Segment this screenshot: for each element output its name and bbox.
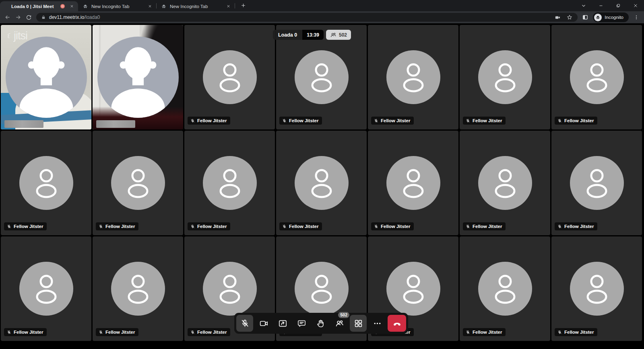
avatar-person-icon — [584, 60, 610, 94]
mute-button[interactable] — [236, 315, 253, 332]
bookmark-star-icon[interactable] — [566, 14, 573, 21]
avatar — [111, 262, 165, 316]
participant-tile-video[interactable]: jitsi — [1, 25, 91, 129]
forward-button[interactable] — [13, 12, 23, 23]
participant-tile[interactable]: Fellow Jitster — [551, 131, 642, 235]
share-screen-button[interactable] — [274, 315, 291, 332]
meeting-toolbar: 502 — [234, 313, 408, 334]
participant-name-pill: Fellow Jitster — [463, 222, 506, 230]
participant-name-pill: Fellow Jitster — [188, 328, 230, 336]
jitsi-logo-icon — [6, 32, 13, 41]
avatar — [386, 156, 440, 210]
participant-tile[interactable]: Fellow Jitster — [1, 236, 91, 341]
conference-timer: 13:39 — [302, 30, 324, 40]
tab-jitsi-meet[interactable]: Loada 0 | Jitsi Meet — [0, 1, 78, 11]
kebab-menu-icon — [634, 14, 639, 20]
tab-close-button[interactable] — [68, 3, 75, 10]
participant-tile-video[interactable] — [93, 25, 183, 129]
participant-name-pill: Fellow Jitster — [555, 117, 597, 125]
participant-tile[interactable]: Fellow Jitster — [184, 25, 275, 129]
mic-off-icon — [99, 330, 103, 335]
participant-tile[interactable]: Fellow Jitster — [368, 25, 458, 129]
participant-count-pill[interactable]: 502 — [326, 30, 351, 40]
participant-tile[interactable]: Fellow Jitster — [460, 131, 550, 235]
avatar-silhouette-icon — [97, 37, 179, 118]
lock-icon — [41, 15, 46, 20]
profile-label: Incognito — [605, 15, 623, 20]
hangup-button[interactable] — [388, 315, 406, 332]
participant-tile[interactable]: Fellow Jitster — [93, 131, 183, 235]
participant-tile[interactable]: Fellow Jitster — [93, 236, 183, 341]
meeting-stage: jitsiFellow JitsterFellow JitsterFellow … — [0, 23, 644, 349]
incognito-icon — [161, 3, 167, 9]
tab-incognito-1[interactable]: New Incognito Tab — [78, 1, 156, 11]
participant-name-pill: Fellow Jitster — [4, 328, 47, 336]
participant-tile[interactable]: Fellow Jitster — [460, 236, 550, 341]
back-button[interactable] — [2, 12, 13, 23]
more-actions-button[interactable] — [369, 315, 386, 332]
mic-off-icon — [374, 119, 378, 123]
mic-off-icon — [557, 119, 562, 123]
address-bar[interactable]: dev11.meetrix.io/loada0 — [36, 13, 578, 22]
tile-view-button[interactable] — [350, 315, 367, 332]
tab-close-button[interactable] — [225, 3, 232, 10]
hangup-icon — [392, 318, 402, 328]
profile-chip[interactable]: Incognito — [593, 12, 629, 22]
mic-off-icon — [99, 224, 103, 229]
close-window-button[interactable] — [627, 0, 644, 11]
raise-hand-icon — [316, 319, 325, 328]
avatar-person-icon — [217, 166, 243, 200]
participant-name-pill: Fellow Jitster — [371, 222, 414, 230]
reload-button[interactable] — [23, 12, 34, 23]
participant-name-pill: Fellow Jitster — [555, 328, 597, 336]
participant-count: 502 — [339, 32, 347, 38]
close-icon — [633, 3, 638, 8]
restore-button[interactable] — [609, 0, 627, 11]
participant-tile[interactable]: Fellow Jitster — [460, 25, 550, 129]
more-dots-icon — [373, 319, 382, 328]
participant-tile[interactable]: Fellow Jitster — [551, 25, 642, 129]
participants-icon — [335, 319, 344, 328]
participant-tile[interactable]: Fellow Jitster — [551, 236, 642, 341]
tab-search-button[interactable] — [575, 0, 592, 11]
close-icon — [70, 4, 74, 8]
avatar — [203, 262, 257, 316]
participants-button[interactable]: 502 — [331, 315, 348, 332]
participant-name-pill: Fellow Jitster — [371, 117, 414, 125]
participant-tile[interactable]: Fellow Jitster — [184, 131, 275, 235]
participant-tile[interactable]: Fellow Jitster — [368, 131, 458, 235]
participant-name: Fellow Jitster — [197, 330, 227, 335]
tab-incognito-2[interactable]: New Incognito Tab — [157, 1, 235, 11]
mic-off-icon — [7, 224, 11, 229]
avatar — [295, 50, 349, 104]
avatar — [386, 262, 440, 316]
mic-off-icon — [557, 330, 562, 335]
side-panel-icon — [582, 14, 588, 21]
raise-hand-button[interactable] — [312, 315, 329, 332]
participant-name: Fellow Jitster — [14, 224, 43, 229]
mic-off-icon — [190, 119, 195, 123]
browser-menu-button[interactable] — [631, 12, 642, 23]
conference-subject: Loada 0 13:39 — [273, 30, 324, 40]
close-icon — [148, 4, 152, 8]
tab-close-button[interactable] — [147, 3, 153, 10]
chat-button[interactable] — [293, 315, 310, 332]
camera-in-use-icon[interactable] — [554, 14, 561, 21]
participant-name: Fellow Jitster — [105, 330, 135, 335]
participant-tile[interactable]: Fellow Jitster — [276, 131, 367, 235]
tab-title: New Incognito Tab — [91, 4, 147, 9]
chevron-down-icon — [581, 3, 586, 8]
minimize-button[interactable] — [592, 0, 609, 11]
tile-view-icon — [354, 319, 363, 328]
side-panel-button[interactable] — [580, 12, 590, 23]
participant-name-pill: Fellow Jitster — [279, 222, 322, 230]
participant-tile[interactable]: Fellow Jitster — [1, 131, 91, 235]
mic-off-icon — [466, 119, 470, 123]
participant-name: Fellow Jitster — [289, 118, 319, 123]
camera-button[interactable] — [255, 315, 272, 332]
participant-tile[interactable]: Fellow Jitster — [276, 25, 367, 129]
participant-name-pill: Fellow Jitster — [188, 222, 230, 230]
new-tab-button[interactable] — [238, 0, 249, 11]
avatar-person-icon — [584, 272, 610, 306]
participant-name: Fellow Jitster — [473, 118, 502, 123]
